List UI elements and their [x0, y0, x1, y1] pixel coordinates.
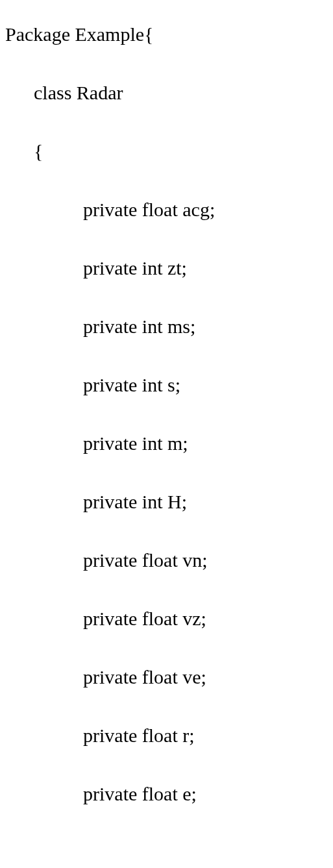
- code-line: private int m;: [5, 414, 328, 473]
- code-line: private int s;: [5, 356, 328, 414]
- code-line: private float vz;: [5, 589, 328, 648]
- code-line: private float acg;: [5, 180, 328, 239]
- code-line: private int H;: [5, 473, 328, 531]
- code-line: class Radar: [5, 64, 328, 122]
- code-line: private int zt;: [5, 239, 328, 297]
- code-line: private float e;: [5, 765, 328, 823]
- code-line: {: [5, 122, 328, 180]
- code-line: private int ms;: [5, 297, 328, 356]
- code-line: private float vn;: [5, 531, 328, 589]
- code-line: Package Example{: [5, 5, 328, 64]
- code-line: private float ve;: [5, 648, 328, 706]
- code-line: private float r;: [5, 706, 328, 765]
